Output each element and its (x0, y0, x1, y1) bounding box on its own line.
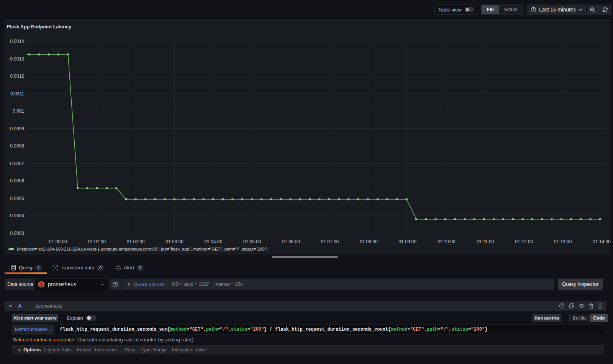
svg-text:0.001: 0.001 (13, 108, 24, 114)
svg-text:0.0014: 0.0014 (10, 39, 24, 44)
svg-text:0.0011: 0.0011 (10, 91, 24, 97)
svg-text:01:11:00: 01:11:00 (476, 239, 494, 244)
svg-text:0.0004: 0.0004 (10, 213, 24, 218)
svg-text:0.0012: 0.0012 (10, 74, 24, 79)
svg-text:01:05:00: 01:05:00 (243, 239, 261, 244)
svg-text:01:09:00: 01:09:00 (398, 239, 416, 244)
svg-text:01:12:00: 01:12:00 (515, 239, 533, 244)
svg-text:0.0007: 0.0007 (10, 161, 24, 166)
svg-text:0.0008: 0.0008 (10, 143, 24, 149)
svg-text:01:00:00: 01:00:00 (49, 239, 67, 244)
svg-text:01:08:00: 01:08:00 (360, 239, 378, 244)
svg-text:01:01:00: 01:01:00 (88, 239, 106, 244)
svg-text:01:13:00: 01:13:00 (554, 239, 572, 244)
svg-text:01:04:00: 01:04:00 (204, 239, 222, 244)
svg-text:01:06:00: 01:06:00 (282, 239, 300, 244)
svg-text:0.0013: 0.0013 (10, 56, 24, 62)
svg-text:0.0005: 0.0005 (10, 196, 24, 201)
svg-text:01:07:00: 01:07:00 (321, 239, 339, 244)
svg-text:01:02:00: 01:02:00 (127, 239, 145, 244)
svg-text:0.0009: 0.0009 (10, 126, 24, 131)
svg-text:01:10:00: 01:10:00 (438, 239, 456, 244)
svg-text:01:03:00: 01:03:00 (166, 239, 184, 244)
svg-text:0.0003: 0.0003 (10, 231, 24, 236)
svg-text:01:14:00: 01:14:00 (593, 239, 611, 244)
svg-text:0.0006: 0.0006 (10, 178, 24, 184)
